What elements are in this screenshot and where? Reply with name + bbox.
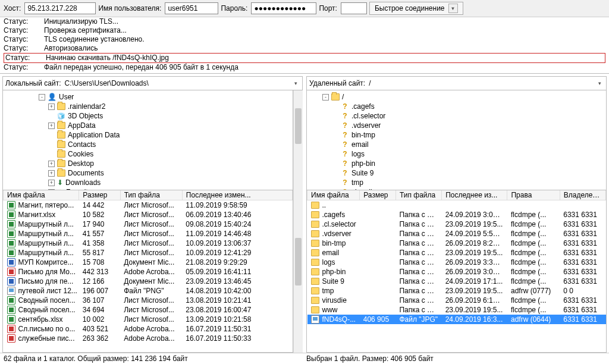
file-row[interactable]: Магнит, пятеро...14 442Лист Microsof...1… — [4, 200, 293, 211]
file-row[interactable]: Сводный посел...34 694Лист Microsof...23… — [4, 305, 293, 315]
file-row[interactable]: Письмо для пе...12 166Документ Mic...23.… — [4, 277, 293, 286]
toggle-icon[interactable] — [332, 142, 338, 148]
toggle-icon[interactable] — [332, 103, 338, 110]
local-tree[interactable]: -👤User+.rainlendar2🧊3D Objects+AppDataAp… — [2, 90, 293, 190]
tree-node[interactable]: -/ — [308, 92, 605, 102]
file-row[interactable]: МУП Комритсе...15 708Документ Mic...21.0… — [4, 258, 293, 267]
file-row[interactable]: Suite 9Папка с ф...24.09.2019 17:1...flc… — [307, 277, 606, 286]
file-row[interactable]: bin-tmpПапка с ф...26.09.2019 8:28:...fl… — [307, 239, 606, 248]
tree-node[interactable]: ?.cl.selector — [308, 111, 605, 121]
tree-node[interactable]: Application Data — [4, 130, 291, 140]
remote-file-list[interactable]: Имя файлаРазмерТип файлаПоследнее из...П… — [306, 190, 607, 353]
connection-bar: Хост: Имя пользователя: Пароль: Порт: Бы… — [0, 0, 609, 17]
tree-node[interactable]: ?email — [308, 140, 605, 149]
expand-icon[interactable]: + — [48, 161, 55, 167]
documents-icon — [57, 170, 65, 177]
host-label: Хост: — [4, 4, 21, 12]
remote-path-input[interactable] — [368, 78, 594, 89]
column-header[interactable]: Имя файла — [4, 190, 79, 200]
column-header[interactable]: Имя файла — [307, 190, 360, 200]
file-row[interactable]: Письмо для Мо...442 313Adobe Acroba...05… — [4, 267, 293, 277]
toggle-icon[interactable] — [48, 132, 55, 139]
collapse-icon[interactable]: - — [322, 94, 329, 101]
file-row[interactable]: tmpПапка с ф...23.09.2019 19:5...adfrw (… — [307, 286, 606, 296]
tree-node[interactable]: ?tmp — [308, 178, 605, 187]
file-row[interactable]: fND4sQ-...406 905Файл "JPG"24.09.2019 16… — [307, 315, 606, 324]
cell — [360, 258, 396, 267]
expand-icon[interactable]: + — [48, 170, 55, 177]
toggle-icon[interactable] — [332, 132, 338, 139]
column-header[interactable]: Размер — [360, 190, 396, 200]
tree-node[interactable]: ?logs — [308, 149, 605, 159]
column-header[interactable]: Тип файла — [395, 190, 441, 200]
local-file-list[interactable]: Имя файлаРазмерТип файлаПоследнее измен.… — [2, 190, 293, 353]
user-input[interactable] — [165, 2, 218, 14]
quick-connect-button[interactable]: Быстрое соединение ▼ — [369, 2, 463, 15]
user-label: Имя пользователя: — [98, 4, 161, 12]
toggle-icon[interactable] — [48, 142, 55, 148]
expand-icon[interactable]: + — [48, 180, 55, 186]
tree-node[interactable]: +.rainlendar2 — [4, 102, 291, 111]
file-row[interactable]: .cagefsПапка с ф...24.09.2019 3:00:...fl… — [307, 210, 606, 219]
column-header[interactable]: Владелец/... — [560, 190, 605, 200]
file-row[interactable]: Сл.письмо по о...403 521Adobe Acroba...1… — [4, 324, 293, 334]
toggle-icon[interactable] — [332, 151, 338, 158]
file-row[interactable]: сентябрь.xlsx10 002Лист Microsof...13.09… — [4, 315, 293, 324]
port-input[interactable] — [341, 2, 367, 14]
tree-node[interactable]: ?Suite 9 — [308, 168, 605, 178]
collapse-icon[interactable]: - — [39, 94, 45, 101]
tree-node[interactable]: ?.vdserver — [308, 121, 605, 130]
local-site-label: Локальный сайт: — [5, 79, 61, 87]
toggle-icon[interactable] — [332, 123, 338, 129]
tree-node[interactable]: +⬇Downloads — [4, 178, 291, 187]
tree-node[interactable]: Cookies — [4, 149, 291, 159]
toggle-icon[interactable] — [332, 170, 338, 177]
file-row[interactable]: Магнит.xlsx10 582Лист Microsof...06.09.2… — [4, 210, 293, 219]
host-input[interactable] — [24, 2, 96, 14]
expand-icon[interactable]: + — [48, 123, 55, 129]
local-path-input[interactable] — [64, 78, 290, 89]
tree-node[interactable]: ?php-bin — [308, 159, 605, 168]
file-row[interactable]: Маршрутный л...55 817Лист Microsof...10.… — [4, 248, 293, 258]
column-header[interactable]: Размер — [79, 190, 120, 200]
pass-input[interactable] — [251, 2, 316, 14]
file-row[interactable]: Маршрутный л...17 940Лист Microsof...09.… — [4, 219, 293, 229]
file-row[interactable]: .. — [307, 200, 606, 211]
file-row[interactable]: Сводный посел...36 107Лист Microsof...13… — [4, 296, 293, 305]
column-header[interactable]: Тип файла — [120, 190, 182, 200]
expand-icon[interactable]: + — [48, 103, 55, 110]
tree-node[interactable]: -👤User — [4, 92, 291, 102]
tree-node[interactable]: 🧊3D Objects — [4, 111, 291, 121]
file-row[interactable]: Маршрутный л...41 358Лист Microsof...10.… — [4, 239, 293, 248]
column-header[interactable]: Последнее измен... — [182, 190, 292, 200]
file-row[interactable]: .cl.selectorПапка с ф...23.09.2019 19:5.… — [307, 219, 606, 229]
local-path-dropdown-icon[interactable]: ▾ — [292, 80, 300, 86]
toggle-icon[interactable] — [332, 113, 338, 120]
column-header[interactable]: Последнее из... — [442, 190, 507, 200]
local-tree-scrollbar[interactable] — [293, 90, 303, 190]
file-row[interactable]: emailПапка с ф...23.09.2019 19:5...flcdm… — [307, 248, 606, 258]
toggle-icon[interactable] — [332, 180, 338, 186]
file-row[interactable]: Маршрутный л...41 557Лист Microsof...11.… — [4, 229, 293, 239]
column-header[interactable]: Права — [507, 190, 560, 200]
tree-node[interactable]: +Desktop — [4, 159, 291, 168]
file-row[interactable]: virusdieПапка с ф...26.09.2019 6:11:...f… — [307, 296, 606, 305]
tree-node[interactable]: +Documents — [4, 168, 291, 178]
toggle-icon[interactable] — [332, 161, 338, 167]
toggle-icon[interactable] — [48, 113, 55, 120]
remote-tree[interactable]: -/?.cagefs?.cl.selector?.vdserver?bin-tm… — [306, 90, 607, 190]
tree-node[interactable]: ?.cagefs — [308, 102, 605, 111]
file-row[interactable]: logsПапка с ф...26.09.2019 3:38:...flcdm… — [307, 258, 606, 267]
tree-node[interactable]: ?bin-tmp — [308, 130, 605, 140]
toggle-icon[interactable] — [48, 151, 55, 158]
quick-connect-dropdown-icon[interactable]: ▼ — [448, 4, 458, 13]
file-row[interactable]: путевой лист 12...196 007Файл "PNG"14.08… — [4, 286, 293, 296]
file-row[interactable]: .vdserverПапка с ф...24.09.2019 5:55:...… — [307, 229, 606, 239]
file-row[interactable]: php-binПапка с ф...26.09.2019 3:01:...fl… — [307, 267, 606, 277]
tree-node[interactable]: Contacts — [4, 140, 291, 149]
file-row[interactable]: служебные пис...263 362Adobe Acroba...16… — [4, 334, 293, 343]
tree-node[interactable]: +AppData — [4, 121, 291, 130]
remote-path-dropdown-icon[interactable]: ▾ — [596, 80, 604, 86]
local-file-scrollbar[interactable] — [293, 190, 303, 353]
file-row[interactable]: wwwПапка с ф...23.09.2019 19:5...flcdmpe… — [307, 305, 606, 315]
